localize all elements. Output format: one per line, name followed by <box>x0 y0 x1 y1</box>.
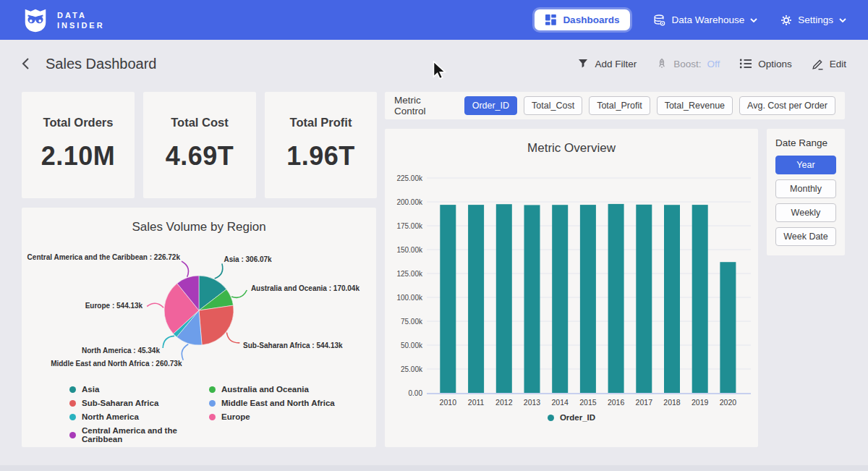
legend-dot <box>209 400 216 407</box>
bar-2019[interactable] <box>692 205 708 393</box>
dashboards-label: Dashboards <box>563 14 619 25</box>
pie-leader-line <box>226 333 239 343</box>
legend-item-middle-east-and-north-africa[interactable]: Middle East and North Africa <box>209 399 376 407</box>
kpi-label: Total Cost <box>143 116 256 130</box>
metric-control-bar: Metric Control Order_IDTotal_CostTotal_P… <box>385 92 845 119</box>
date-range-option-year[interactable]: Year <box>775 156 836 174</box>
brand-wordmark: DATA INSIDER <box>57 10 105 30</box>
metric-option-order-id[interactable]: Order_ID <box>464 96 517 115</box>
bar-2020[interactable] <box>720 262 736 393</box>
settings-label: Settings <box>798 14 833 25</box>
kpi-value: 4.69T <box>143 141 256 171</box>
legend-label: Asia <box>82 385 99 394</box>
legend-item-north-america[interactable]: North America <box>69 412 209 421</box>
metric-option-avg-cost-per-order[interactable]: Avg. Cost per Order <box>739 96 835 115</box>
boost-value: Off <box>707 59 720 69</box>
edit-label: Edit <box>830 59 846 69</box>
dashboards-button[interactable]: Dashboards <box>535 9 630 30</box>
owl-logo-icon <box>22 7 49 34</box>
brand-logo[interactable]: DATA INSIDER <box>22 7 105 34</box>
boost-label: Boost: <box>673 59 701 69</box>
kpi-value: 1.96T <box>265 141 377 171</box>
page-title: Sales Dashboard <box>46 56 156 72</box>
bar-2015[interactable] <box>580 205 596 393</box>
metric-option-total-cost[interactable]: Total_Cost <box>524 96 582 115</box>
legend-dot <box>209 386 216 393</box>
legend-item-order-id[interactable]: Order_ID <box>548 413 595 422</box>
legend-item-australia-and-oceania[interactable]: Australia and Oceania <box>209 385 376 394</box>
bar-2011[interactable] <box>468 205 484 393</box>
pie-leader-line <box>215 263 223 279</box>
options-button[interactable]: Options <box>739 58 792 69</box>
pie-label-central-america-and-the-caribbean: Central America and the Caribbean : 226.… <box>27 253 181 261</box>
legend-dot <box>69 414 76 420</box>
pie-chart: Asia : 306.07kAustralia and Oceania : 17… <box>22 234 376 379</box>
pie-label-north-america: North America : 45.34k <box>82 347 160 355</box>
kpi-card-total-profit: Total Profit 1.96T <box>265 92 377 198</box>
y-axis-tick: 175.00k <box>396 222 423 230</box>
date-range-option-weekly[interactable]: Weekly <box>775 203 836 222</box>
sales-dashboard-page: DATA INSIDER Dashboards <box>0 0 868 471</box>
chevron-down-icon <box>750 18 757 22</box>
bar-2013[interactable] <box>524 205 540 393</box>
y-axis-tick: 0.00 <box>409 389 423 397</box>
x-axis-tick: 2011 <box>468 398 485 407</box>
legend-label: Central America and the Caribbean <box>82 426 209 444</box>
pie-leader-line <box>163 336 174 348</box>
x-axis-tick: 2018 <box>663 398 681 407</box>
y-axis-tick: 150.00k <box>396 246 423 254</box>
bar-2017[interactable] <box>636 205 652 393</box>
options-label: Options <box>758 59 792 69</box>
date-range-option-week-date[interactable]: Week Date <box>775 227 836 246</box>
edit-button[interactable]: Edit <box>812 58 846 70</box>
metric-option-total-revenue[interactable]: Total_Revenue <box>657 96 733 115</box>
x-axis-tick: 2010 <box>440 398 457 407</box>
legend-item-sub-saharan-africa[interactable]: Sub-Saharan Africa <box>69 399 209 407</box>
legend-item-asia[interactable]: Asia <box>69 385 209 394</box>
legend-dot <box>69 400 76 407</box>
kpi-label: Total Profit <box>265 116 377 130</box>
date-range-option-monthly[interactable]: Monthly <box>775 179 836 198</box>
bar-2010[interactable] <box>440 205 456 393</box>
bar-2018[interactable] <box>664 205 680 393</box>
back-button[interactable] <box>22 57 30 70</box>
y-axis-tick: 75.00k <box>401 318 423 326</box>
top-navbar: DATA INSIDER Dashboards <box>0 0 868 40</box>
pie-chart-title: Sales Volume by Region <box>22 208 376 234</box>
boost-toggle[interactable]: Boost: Off <box>656 58 720 69</box>
settings-menu[interactable]: Settings <box>780 14 846 26</box>
x-axis-tick: 2015 <box>579 398 597 407</box>
pie-leader-line <box>147 303 163 307</box>
bar-2014[interactable] <box>552 205 568 393</box>
kpi-card-total-cost: Total Cost 4.69T <box>143 92 256 198</box>
y-axis-tick: 100.00k <box>396 294 423 302</box>
filter-funnel-icon <box>577 58 589 69</box>
legend-dot <box>548 415 554 421</box>
pie-label-europe: Europe : 544.13k <box>85 302 143 310</box>
y-axis-tick: 50.00k <box>401 341 423 349</box>
legend-dot <box>69 386 76 393</box>
options-list-icon <box>739 58 752 69</box>
pie-slice-sub-saharan-africa[interactable] <box>199 305 234 345</box>
legend-item-europe[interactable]: Europe <box>209 412 376 421</box>
pie-label-australia-and-oceania: Australia and Oceania : 170.04k <box>251 284 360 292</box>
pie-leader-line <box>182 344 188 360</box>
bar-2012[interactable] <box>496 204 512 393</box>
data-warehouse-menu[interactable]: Data Warehouse <box>653 14 757 26</box>
chevron-down-icon <box>839 18 846 22</box>
date-range-label: Date Range <box>775 137 836 148</box>
x-axis-tick: 2014 <box>552 398 569 407</box>
y-axis-tick: 125.00k <box>396 270 423 278</box>
metric-option-total-profit[interactable]: Total_Profit <box>589 96 650 115</box>
rocket-icon <box>656 58 668 69</box>
legend-label: Sub-Saharan Africa <box>82 399 158 407</box>
x-axis-tick: 2012 <box>495 398 513 407</box>
database-icon <box>653 14 665 26</box>
kpi-value: 2.10M <box>22 141 135 171</box>
bar-2016[interactable] <box>608 204 624 393</box>
add-filter-button[interactable]: Add Filter <box>577 58 637 69</box>
date-range-button-group: YearMonthlyWeeklyWeek Date <box>775 156 836 246</box>
header-actions: Add Filter Boost: Off Options <box>577 58 846 70</box>
legend-label: Europe <box>221 412 250 421</box>
legend-item-central-america-and-the-caribbean[interactable]: Central America and the Caribbean <box>69 426 209 444</box>
